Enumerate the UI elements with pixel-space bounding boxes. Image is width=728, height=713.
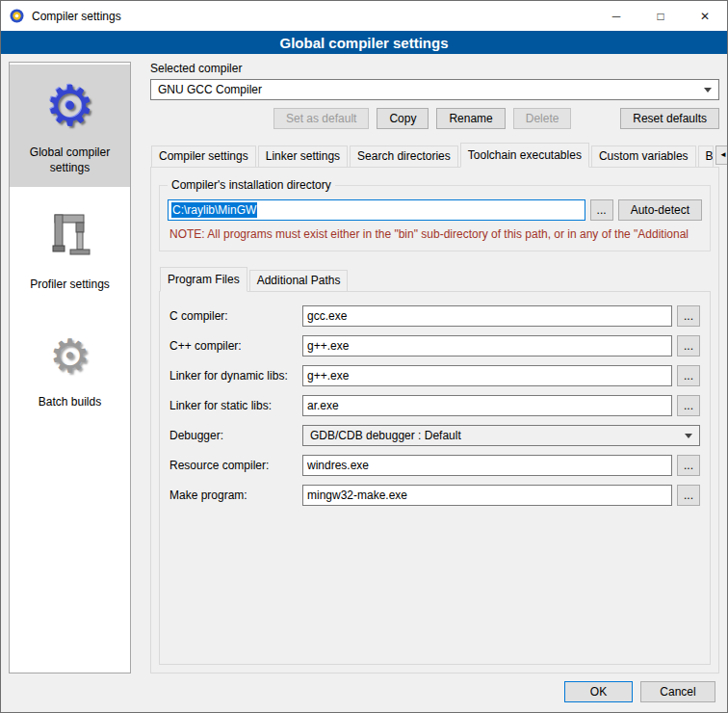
cpp-compiler-input[interactable] (302, 335, 672, 356)
debugger-select[interactable]: GDB/CDB debugger : Default (302, 425, 700, 446)
debugger-value: GDB/CDB debugger : Default (310, 429, 461, 442)
titlebar: Compiler settings ─ □ ✕ (1, 1, 727, 31)
field-label: Linker for dynamic libs: (169, 369, 302, 383)
note-text: NOTE: All programs must exist either in … (169, 227, 700, 241)
sidebar-item-profiler-settings[interactable]: Profiler settings (10, 197, 130, 304)
field-label: Make program: (169, 489, 302, 502)
field-row-resource-compiler: Resource compiler: ... (169, 455, 700, 476)
rename-button[interactable]: Rename (436, 108, 505, 129)
close-button[interactable]: ✕ (683, 1, 727, 31)
field-label: Resource compiler: (169, 459, 302, 472)
selected-compiler-value: GNU GCC Compiler (158, 83, 262, 96)
main-panel: Selected compiler GNU GCC Compiler Set a… (150, 62, 719, 673)
selected-compiler-label: Selected compiler (150, 62, 719, 75)
linker-static-input[interactable] (302, 395, 672, 416)
auto-detect-button[interactable]: Auto-detect (618, 199, 702, 221)
field-label: Debugger: (169, 429, 302, 442)
field-label: Linker for static libs: (169, 399, 302, 412)
dialog-footer: OK Cancel (1, 673, 727, 712)
delete-button[interactable]: Delete (513, 108, 572, 129)
tab-scrollers: ◄ ► (715, 145, 728, 165)
make-program-browse-button[interactable]: ... (677, 485, 700, 506)
caption-buttons: ─ □ ✕ (594, 1, 727, 31)
ok-button[interactable]: OK (564, 681, 633, 702)
copy-button[interactable]: Copy (377, 108, 429, 129)
toolchain-executables-panel: Compiler's installation directory C:\ray… (150, 167, 719, 673)
installation-directory-row: C:\raylib\MinGW ... Auto-detect (168, 199, 702, 221)
program-files-tab-strip: Program Files Additional Paths (159, 267, 711, 291)
linker-static-browse-button[interactable]: ... (677, 395, 700, 416)
field-row-linker-dynamic: Linker for dynamic libs: ... (169, 365, 700, 386)
field-label: C++ compiler: (169, 339, 302, 353)
sidebar-item-label: Profiler settings (13, 277, 127, 293)
page-title: Global compiler settings (1, 31, 727, 54)
tab-compiler-settings[interactable]: Compiler settings (151, 145, 256, 167)
tab-build-options[interactable]: Build options (698, 145, 714, 167)
compiler-settings-dialog: Compiler settings ─ □ ✕ Global compiler … (0, 0, 728, 713)
sidebar-item-label: Batch builds (13, 395, 127, 410)
field-row-c-compiler: C compiler: ... (169, 305, 700, 327)
installation-directory-input[interactable]: C:\raylib\MinGW (168, 199, 585, 221)
tab-linker-settings[interactable]: Linker settings (258, 145, 348, 167)
make-program-input[interactable] (302, 485, 672, 506)
selected-text: C:\raylib\MinGW (171, 202, 257, 218)
cpp-compiler-browse-button[interactable]: ... (677, 335, 700, 356)
minimize-button[interactable]: ─ (594, 1, 638, 31)
tab-custom-variables[interactable]: Custom variables (591, 145, 696, 167)
selected-compiler-select[interactable]: GNU GCC Compiler (150, 79, 719, 100)
program-files-panel: C compiler: ... C++ compiler: ... Linker… (159, 291, 711, 665)
tab-toolchain-executables[interactable]: Toolchain executables (460, 143, 589, 168)
chevron-down-icon (685, 434, 692, 438)
resource-compiler-browse-button[interactable]: ... (677, 455, 700, 476)
tab-search-directories[interactable]: Search directories (350, 145, 458, 167)
compiler-action-buttons: Set as default Copy Rename Delete Reset … (150, 108, 719, 129)
tab-scroll-left-button[interactable]: ◄ (715, 145, 728, 165)
cancel-button[interactable]: Cancel (640, 681, 715, 702)
dialog-body: ⚙ Global compiler settings Profiler sett… (1, 54, 727, 673)
field-row-debugger: Debugger: GDB/CDB debugger : Default (169, 425, 700, 446)
c-compiler-input[interactable] (302, 305, 672, 327)
sidebar-item-global-compiler-settings[interactable]: ⚙ Global compiler settings (10, 65, 130, 187)
reset-defaults-button[interactable]: Reset defaults (620, 108, 719, 129)
c-compiler-browse-button[interactable]: ... (677, 305, 700, 327)
set-as-default-button[interactable]: Set as default (273, 108, 369, 129)
maximize-button[interactable]: □ (638, 1, 683, 31)
tab-additional-paths[interactable]: Additional Paths (249, 270, 349, 291)
resource-compiler-input[interactable] (302, 455, 672, 476)
settings-tab-strip: Compiler settings Linker settings Search… (150, 143, 719, 167)
field-row-cpp-compiler: C++ compiler: ... (169, 335, 700, 356)
app-icon (9, 8, 25, 24)
sidebar-item-label: Global compiler settings (13, 145, 127, 175)
field-row-make-program: Make program: ... (169, 485, 700, 506)
chevron-down-icon (704, 88, 712, 92)
linker-dynamic-browse-button[interactable]: ... (677, 365, 700, 386)
field-label: C compiler: (169, 309, 302, 323)
window-title: Compiler settings (32, 10, 121, 23)
sidebar-item-batch-builds[interactable]: ⚙ Batch builds (10, 314, 130, 422)
profiler-clamp-icon (13, 206, 127, 270)
installation-directory-browse-button[interactable]: ... (590, 199, 613, 221)
linker-dynamic-input[interactable] (302, 365, 672, 386)
batch-builds-gears-icon: ⚙ (13, 324, 127, 387)
field-row-linker-static: Linker for static libs: ... (169, 395, 700, 416)
groupbox-title: Compiler's installation directory (168, 178, 335, 192)
installation-directory-groupbox: Compiler's installation directory C:\ray… (159, 185, 711, 251)
tab-program-files[interactable]: Program Files (160, 267, 247, 292)
global-compiler-gear-icon: ⚙ (13, 74, 127, 138)
sidebar: ⚙ Global compiler settings Profiler sett… (9, 62, 131, 673)
